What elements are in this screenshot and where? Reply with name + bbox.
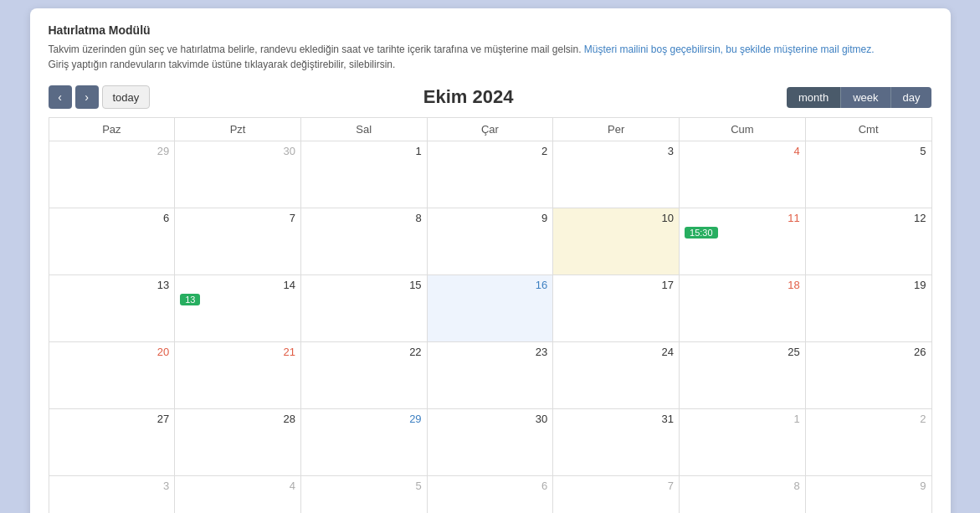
today-button[interactable]: today	[102, 85, 151, 109]
day-number: 13	[54, 279, 170, 291]
day-number: 2	[811, 413, 926, 425]
day-number: 29	[306, 413, 422, 425]
calendar-cell[interactable]: 22	[300, 342, 427, 409]
calendar-cell[interactable]: 31	[553, 409, 680, 476]
calendar-cell[interactable]: 10	[553, 208, 680, 275]
day-number: 10	[558, 212, 674, 224]
day-number: 8	[306, 212, 422, 224]
calendar-cell[interactable]: 6	[49, 208, 175, 275]
month-view-button[interactable]: month	[787, 87, 841, 108]
calendar-cell[interactable]: 6	[427, 476, 553, 514]
calendar-week-row: 20212223242526	[49, 342, 931, 409]
day-number: 21	[180, 346, 295, 358]
day-number: 6	[433, 480, 548, 492]
calendar-cell[interactable]: 7	[175, 208, 301, 275]
day-number: 4	[685, 145, 800, 157]
day-number: 9	[433, 212, 548, 224]
desc-link[interactable]: Müşteri mailini boş geçebilirsin, bu şek…	[584, 44, 875, 55]
calendar-cell[interactable]: 16	[427, 275, 553, 342]
day-number: 11	[685, 212, 800, 224]
desc-text-2: Giriş yaptığın randevuların takvimde üst…	[49, 59, 396, 70]
day-number: 25	[685, 346, 800, 358]
calendar-cell[interactable]: 2	[427, 141, 553, 208]
header-paz: Paz	[49, 118, 175, 141]
day-number: 23	[433, 346, 548, 358]
day-number: 8	[685, 480, 800, 492]
calendar-cell[interactable]: 9	[427, 208, 553, 275]
calendar-cell[interactable]: 27	[49, 409, 175, 476]
calendar-cell[interactable]: 8	[680, 476, 806, 514]
day-number: 14	[180, 279, 295, 291]
calendar-cell[interactable]: 23	[427, 342, 553, 409]
calendar-cell[interactable]: 15	[300, 275, 427, 342]
calendar-cell[interactable]: 8	[300, 208, 427, 275]
calendar-cell[interactable]: 30	[175, 141, 301, 208]
day-number: 2	[433, 145, 548, 157]
header-per: Per	[553, 118, 680, 141]
calendar-cell[interactable]: 12	[805, 208, 931, 275]
calendar-cell[interactable]: 4	[175, 476, 301, 514]
day-number: 3	[54, 480, 170, 492]
calendar-cell[interactable]: 30	[427, 409, 553, 476]
day-number: 18	[685, 279, 800, 291]
calendar-cell[interactable]: 3	[49, 476, 175, 514]
day-number: 29	[54, 145, 170, 157]
calendar-cell[interactable]: 5	[805, 141, 931, 208]
calendar-grid: Paz Pzt Sal Çar Per Cum Cmt 293012345678…	[49, 117, 932, 513]
header-pzt: Pzt	[175, 118, 301, 141]
day-number: 3	[558, 145, 674, 157]
module-description: Takvim üzerinden gün seç ve hatırlatma b…	[49, 42, 932, 72]
calendar-cell[interactable]: 1115:30	[680, 208, 806, 275]
calendar-cell[interactable]: 19	[805, 275, 931, 342]
calendar-cell[interactable]: 13	[49, 275, 175, 342]
day-view-button[interactable]: day	[891, 87, 932, 108]
day-number: 24	[558, 346, 674, 358]
calendar-toolbar: ‹ › today Ekim 2024 month week day	[49, 85, 932, 109]
calendar-cell[interactable]: 26	[805, 342, 931, 409]
calendar-cell[interactable]: 25	[680, 342, 806, 409]
header-car: Çar	[427, 118, 553, 141]
calendar-cell[interactable]: 20	[49, 342, 175, 409]
calendar-cell[interactable]: 21	[175, 342, 301, 409]
calendar-cell[interactable]: 29	[300, 409, 427, 476]
calendar-cell[interactable]: 28	[175, 409, 301, 476]
calendar-cell[interactable]: 24	[553, 342, 680, 409]
calendar-cell[interactable]: 7	[553, 476, 680, 514]
day-number: 1	[685, 413, 800, 425]
day-number: 26	[811, 346, 926, 358]
prev-button[interactable]: ‹	[49, 85, 72, 109]
event-badge-2[interactable]: 13	[180, 294, 200, 305]
calendar-cell[interactable]: 1	[680, 409, 806, 476]
calendar-cell[interactable]: 1413	[175, 275, 301, 342]
day-number: 6	[54, 212, 170, 224]
calendar-cell[interactable]: 1	[300, 141, 427, 208]
day-number: 31	[558, 413, 674, 425]
day-number: 30	[433, 413, 548, 425]
calendar-cell[interactable]: 3	[553, 141, 680, 208]
calendar-cell[interactable]: 18	[680, 275, 806, 342]
header-cum: Cum	[680, 118, 806, 141]
calendar-cell[interactable]: 4	[680, 141, 806, 208]
day-number: 17	[558, 279, 674, 291]
day-number: 22	[306, 346, 422, 358]
view-buttons: month week day	[787, 87, 931, 108]
event-badge[interactable]: 15:30	[685, 227, 718, 239]
day-number: 4	[180, 480, 295, 492]
calendar-week-row: 272829303112	[49, 409, 931, 476]
day-number: 5	[306, 480, 422, 492]
calendar-cell[interactable]: 2	[805, 409, 931, 476]
calendar-week-row: 1314131516171819	[49, 275, 931, 342]
module-title: Hatırlatma Modülü	[49, 23, 932, 37]
calendar-cell[interactable]: 9	[805, 476, 931, 514]
day-number: 1	[306, 145, 422, 157]
calendar-cell[interactable]: 29	[49, 141, 175, 208]
day-number: 15	[306, 279, 422, 291]
next-button[interactable]: ›	[75, 85, 99, 109]
calendar-cell[interactable]: 5	[300, 476, 427, 514]
calendar-week-row: 293012345	[49, 141, 931, 208]
day-number: 19	[811, 279, 926, 291]
day-number: 27	[54, 413, 170, 425]
calendar-cell[interactable]: 17	[553, 275, 680, 342]
week-view-button[interactable]: week	[841, 87, 890, 108]
day-number: 30	[180, 145, 295, 157]
